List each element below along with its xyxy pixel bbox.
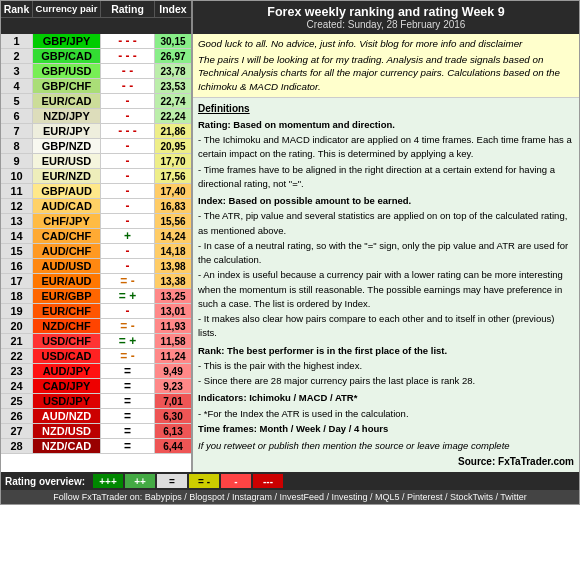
def-source-note: If you retweet or publish then mention t… [198, 439, 574, 453]
index-cell: 11,58 [155, 334, 191, 348]
index-cell: 11,24 [155, 349, 191, 363]
def-indicators: Indicators: Ichimoku / MACD / ATR* [198, 391, 574, 405]
rank-cell: 16 [1, 259, 33, 273]
rating-cell: = [101, 439, 155, 453]
index-cell: 14,24 [155, 229, 191, 243]
pair-cell: NZD/CHF [33, 319, 101, 333]
info-panel: Good luck to all. No advice, just info. … [193, 34, 579, 472]
rating-cell: + [101, 229, 155, 243]
table-row: 6 NZD/JPY - 22,24 [1, 109, 191, 124]
def-index-d3: - An index is useful because a currency … [198, 268, 574, 311]
rank-cell: 22 [1, 349, 33, 363]
pair-cell: GBP/USD [33, 64, 101, 78]
rank-cell: 24 [1, 379, 33, 393]
rating-cell: = [101, 394, 155, 408]
rating-cell: - [101, 184, 155, 198]
rank-cell: 26 [1, 409, 33, 423]
def-ind-label: Indicators: Ichimoku / MACD / ATR* [198, 392, 357, 403]
index-cell: 23,78 [155, 64, 191, 78]
def-rating-label: Rating: Based on momentum and direction. [198, 119, 395, 130]
table-row: 18 EUR/GBP = + 13,25 [1, 289, 191, 304]
rating-cell: = - [101, 274, 155, 288]
legend-doubleplus: ++ [125, 474, 155, 488]
rating-cell: = - [101, 319, 155, 333]
index-cell: 17,56 [155, 169, 191, 183]
def-index: Index: Based on possible amount to be ea… [198, 194, 574, 208]
main-container: Rank Currency pair Rating Index Forex we… [0, 0, 580, 505]
pair-cell: GBP/CAD [33, 49, 101, 63]
table-row: 7 EUR/JPY - - - 21,86 [1, 124, 191, 139]
def-index-d4: - It makes also clear how pairs compare … [198, 312, 574, 341]
table-row: 28 NZD/CAD = 6,44 [1, 439, 191, 454]
table-row: 27 NZD/USD = 6,13 [1, 424, 191, 439]
index-cell: 13,01 [155, 304, 191, 318]
def-index-d1: - The ATR, pip value and several statist… [198, 209, 574, 238]
table-row: 20 NZD/CHF = - 11,93 [1, 319, 191, 334]
main-area: 1 GBP/JPY - - - 30,15 2 GBP/CAD - - - 26… [1, 34, 579, 472]
table-row: 16 AUD/USD - 13,98 [1, 259, 191, 274]
rating-cell: = [101, 424, 155, 438]
rank-cell: 12 [1, 199, 33, 213]
pair-cell: NZD/USD [33, 424, 101, 438]
pair-cell: EUR/CHF [33, 304, 101, 318]
index-cell: 21,86 [155, 124, 191, 138]
index-cell: 23,53 [155, 79, 191, 93]
pair-cell: GBP/CHF [33, 79, 101, 93]
table-row: 8 GBP/NZD - 20,95 [1, 139, 191, 154]
pair-cell: AUD/NZD [33, 409, 101, 423]
rank-cell: 4 [1, 79, 33, 93]
index-cell: 11,93 [155, 319, 191, 333]
legend-tripplus: +++ [93, 474, 123, 488]
def-rating: Rating: Based on momentum and direction. [198, 118, 574, 132]
table-row: 14 CAD/CHF + 14,24 [1, 229, 191, 244]
overview-label: Rating overview: [5, 476, 85, 487]
index-cell: 20,95 [155, 139, 191, 153]
rating-cell: - - - [101, 124, 155, 138]
pair-cell: USD/CAD [33, 349, 101, 363]
rank-cell: 6 [1, 109, 33, 123]
rating-cell: - [101, 109, 155, 123]
def-rank-d2: - Since there are 28 major currency pair… [198, 374, 574, 388]
pair-cell: CHF/JPY [33, 214, 101, 228]
rating-cell: = + [101, 289, 155, 303]
table-row: 15 AUD/CHF - 14,18 [1, 244, 191, 259]
footer-overview: Rating overview: +++ ++ = = - - --- [1, 472, 579, 490]
def-rank-d1: - This is the pair with the highest inde… [198, 359, 574, 373]
table-row: 19 EUR/CHF - 13,01 [1, 304, 191, 319]
table-row: 9 EUR/USD - 17,70 [1, 154, 191, 169]
table-row: 21 USD/CHF = + 11,58 [1, 334, 191, 349]
rank-cell: 10 [1, 169, 33, 183]
pair-cell: GBP/JPY [33, 34, 101, 48]
pair-cell: CAD/JPY [33, 379, 101, 393]
rank-cell: 1 [1, 34, 33, 48]
index-cell: 15,56 [155, 214, 191, 228]
rank-cell: 13 [1, 214, 33, 228]
pair-cell: EUR/JPY [33, 124, 101, 138]
table-row: 5 EUR/CAD - 22,74 [1, 94, 191, 109]
rank-cell: 17 [1, 274, 33, 288]
index-header: Index [155, 1, 191, 17]
pair-cell: NZD/JPY [33, 109, 101, 123]
rank-cell: 18 [1, 289, 33, 303]
footer-follow: Follow FxTaTrader on: Babypips / Blogspo… [1, 490, 579, 504]
table-row: 1 GBP/JPY - - - 30,15 [1, 34, 191, 49]
legend-eqminus: = - [189, 474, 219, 488]
table-row: 23 AUD/JPY = 9,49 [1, 364, 191, 379]
pair-cell: USD/JPY [33, 394, 101, 408]
index-cell: 9,49 [155, 364, 191, 378]
source: Source: FxTaTrader.com [198, 454, 574, 469]
rank-cell: 28 [1, 439, 33, 453]
rank-cell: 27 [1, 424, 33, 438]
rank-cell: 2 [1, 49, 33, 63]
table-row: 3 GBP/USD - - 23,78 [1, 64, 191, 79]
def-tf-label: Time frames: Month / Week / Day / 4 hour… [198, 423, 388, 434]
table-row: 24 CAD/JPY = 9,23 [1, 379, 191, 394]
def-rating-detail: - The Ichimoku and MACD indicator are ap… [198, 133, 574, 162]
rating-header: Rating [101, 1, 155, 17]
rank-cell: 11 [1, 184, 33, 198]
index-cell: 22,24 [155, 109, 191, 123]
rating-cell: - [101, 154, 155, 168]
definitions-block: Definitions Rating: Based on momentum an… [193, 98, 579, 473]
rank-header: Rank [1, 1, 33, 17]
rating-cell: = + [101, 334, 155, 348]
